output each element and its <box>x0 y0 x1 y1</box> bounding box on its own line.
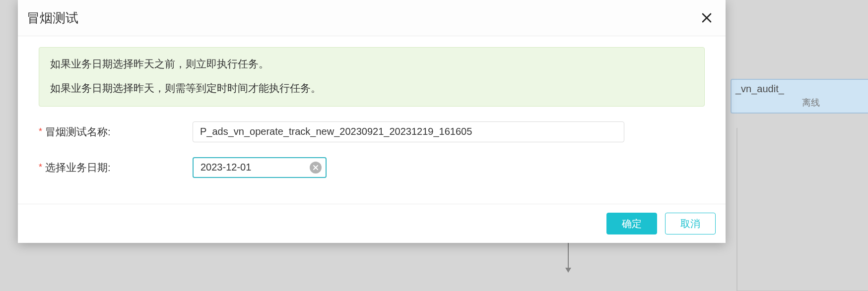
dag-node[interactable]: _vn_audit_ 离线 <box>731 79 868 114</box>
dag-node-title: _vn_audit_ <box>735 82 868 96</box>
label-biz-date: * 选择业务日期: <box>39 161 193 175</box>
dag-node-subtitle: 离线 <box>735 97 868 109</box>
modal-header: 冒烟测试 <box>18 0 726 36</box>
modal-footer: 确定 取消 <box>18 204 726 243</box>
biz-date-picker[interactable] <box>193 157 327 178</box>
required-asterisk: * <box>39 162 42 173</box>
required-asterisk: * <box>39 126 42 137</box>
clear-date-icon[interactable] <box>310 162 322 174</box>
biz-date-input[interactable] <box>193 157 327 178</box>
form-row-bizdate: * 选择业务日期: <box>39 157 705 178</box>
smoke-test-modal: 冒烟测试 如果业务日期选择昨天之前，则立即执行任务。 如果业务日期选择昨天，则需… <box>18 0 726 243</box>
label-test-name: * 冒烟测试名称: <box>39 125 193 139</box>
modal-title: 冒烟测试 <box>27 9 698 27</box>
test-name-input[interactable] <box>193 121 624 142</box>
canvas-selection-border <box>736 128 868 291</box>
dag-edge-arrow <box>568 242 569 272</box>
ok-button[interactable]: 确定 <box>606 213 657 234</box>
close-icon[interactable] <box>698 9 716 27</box>
form-row-name: * 冒烟测试名称: <box>39 121 705 142</box>
info-alert: 如果业务日期选择昨天之前，则立即执行任务。 如果业务日期选择昨天，则需等到定时时… <box>39 47 705 107</box>
modal-body: 如果业务日期选择昨天之前，则立即执行任务。 如果业务日期选择昨天，则需等到定时时… <box>18 36 726 204</box>
cancel-button[interactable]: 取消 <box>665 213 716 234</box>
alert-line-2: 如果业务日期选择昨天，则需等到定时时间才能执行任务。 <box>50 81 693 96</box>
alert-line-1: 如果业务日期选择昨天之前，则立即执行任务。 <box>50 57 693 72</box>
